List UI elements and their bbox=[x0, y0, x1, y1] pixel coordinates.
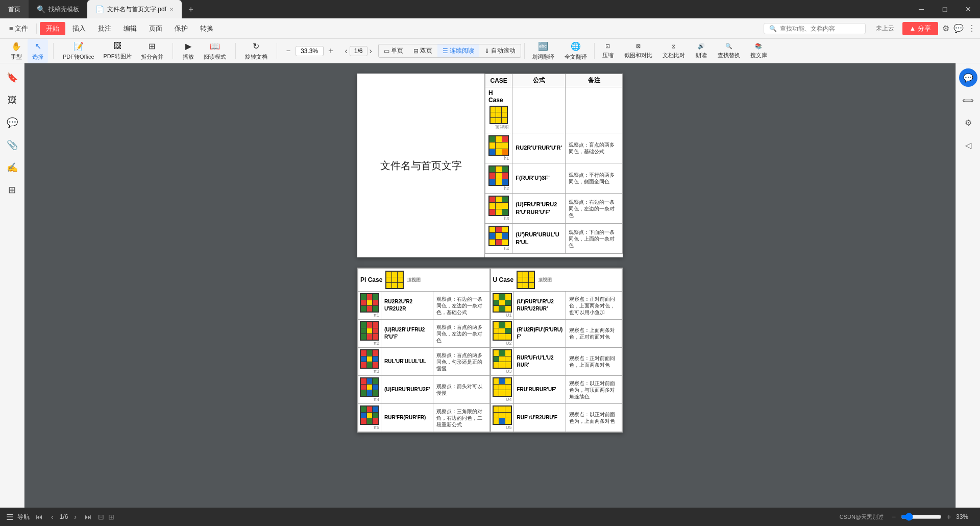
tool-group-hand-select: ✋ 手型 ↖ 选择 bbox=[4, 39, 50, 63]
pdf-to-img-button[interactable]: 🖼 PDF转图片 bbox=[100, 39, 136, 62]
full-translate-button[interactable]: 🌐 全文翻译 bbox=[560, 39, 591, 63]
tab-home[interactable]: 首页 bbox=[0, 0, 29, 18]
search-bar[interactable]: 🔍 bbox=[764, 23, 866, 34]
zoom-in-button[interactable]: ＋ bbox=[325, 44, 337, 57]
menu-protect[interactable]: 保护 bbox=[169, 22, 193, 35]
page-prev-button[interactable]: ‹ bbox=[49, 512, 56, 522]
double-page-button[interactable]: ⊟ 双页 bbox=[408, 44, 437, 57]
pi-case-header: Pi Case 顶视图 bbox=[358, 269, 490, 292]
rotate-button[interactable]: ↻ 旋转文档 bbox=[241, 39, 272, 63]
read-aloud-button[interactable]: 🔊 朗读 bbox=[691, 41, 712, 61]
toolbar-divider-4 bbox=[277, 43, 277, 59]
col-case: CASE bbox=[485, 74, 512, 87]
read-mode-button[interactable]: 📖 阅读模式 bbox=[200, 39, 230, 63]
cloud-status[interactable]: 未上云 bbox=[872, 22, 898, 34]
adjust-icon[interactable]: ⟺ bbox=[959, 91, 977, 109]
compare-button[interactable]: ⊠ 截图和对比 bbox=[620, 41, 656, 61]
chat-blue-icon[interactable]: 💬 bbox=[959, 68, 977, 87]
tab-file[interactable]: 📄 文件名与首页文字.pdf ✕ bbox=[87, 0, 182, 18]
sidebar-thumbnail-icon[interactable]: 🖼 bbox=[3, 91, 21, 109]
pdf-to-office-button[interactable]: 📝 PDF转Office bbox=[59, 39, 99, 63]
fit-width-icon[interactable]: ⊞ bbox=[108, 513, 114, 521]
menu-convert[interactable]: 转换 bbox=[195, 22, 218, 35]
page-last-button[interactable]: ⏭ bbox=[83, 512, 94, 522]
auto-scroll-icon: ⇓ bbox=[484, 47, 489, 55]
pi2-cube bbox=[360, 321, 379, 341]
tools-icon[interactable]: ⚙ bbox=[959, 113, 977, 132]
select-tool-button[interactable]: ↖ 选择 bbox=[28, 39, 48, 63]
tab-browser[interactable]: 🔍 找稿壳模板 bbox=[29, 0, 87, 18]
tab-browser-label: 找稿壳模板 bbox=[48, 5, 79, 14]
search-input[interactable] bbox=[780, 25, 860, 32]
single-page-button[interactable]: ▭ 单页 bbox=[379, 44, 408, 57]
menu-insert[interactable]: 插入 bbox=[67, 22, 91, 35]
nav-icon: ☰ bbox=[6, 512, 13, 522]
toolbar-page-next[interactable]: › bbox=[370, 46, 372, 56]
minimize-button[interactable]: ─ bbox=[910, 0, 933, 18]
zoom-range-input[interactable] bbox=[901, 513, 942, 521]
tool-group-view: ▶ 播放 📖 阅读模式 bbox=[176, 39, 232, 63]
tab-close-icon[interactable]: ✕ bbox=[169, 7, 174, 12]
h-case-label: H Case 顶视图 bbox=[485, 87, 512, 133]
h2-note: 观察点：平行的两多同色，侧面全同色 bbox=[566, 163, 623, 194]
fit-page-icon[interactable]: ⊡ bbox=[98, 513, 104, 521]
more-icon[interactable]: ⋮ bbox=[968, 23, 976, 33]
doc-lib-button[interactable]: 📚 搜文库 bbox=[746, 41, 771, 61]
pi2-formula: (U)RU2R'U'FRU2R'U'F' bbox=[381, 320, 433, 348]
h2-cube bbox=[488, 165, 509, 186]
comment-icon[interactable]: 💬 bbox=[953, 23, 964, 33]
menu-file[interactable]: ≡ 文件 bbox=[4, 22, 33, 35]
table-row: U5 RUF'rU'R2URU'F 观察点：以正对前面色为，上面两条对色 bbox=[491, 404, 622, 432]
zoom-slider-area: － ＋ 33% bbox=[890, 512, 974, 522]
menu-edit[interactable]: 编辑 bbox=[118, 22, 142, 35]
menu-divider-1 bbox=[36, 23, 37, 34]
u4-formula: FRU'RURUR'UF' bbox=[513, 376, 566, 404]
menu-start[interactable]: 开始 bbox=[40, 22, 65, 35]
doc-compare-button[interactable]: ⧖ 文档比对 bbox=[658, 41, 689, 61]
pi3-note: 观察点：盲点的两多同色，勾形还是正的慢慢 bbox=[433, 348, 489, 376]
pi2-cube-cell: π2 bbox=[358, 320, 381, 348]
h1-note: 观察点：盲点的两多同色，基础公式 bbox=[566, 133, 623, 163]
translate-word-button[interactable]: 🔤 划词翻译 bbox=[528, 39, 558, 63]
page-next-button[interactable]: › bbox=[72, 512, 79, 522]
split-merge-button[interactable]: ⊞ 拆分合并 bbox=[137, 39, 167, 63]
find-replace-button[interactable]: 🔍 查找替换 bbox=[714, 41, 744, 61]
u3-cube-cell: U3 bbox=[491, 348, 513, 376]
close-button[interactable]: ✕ bbox=[957, 0, 980, 18]
hand-tool-button[interactable]: ✋ 手型 bbox=[6, 39, 27, 63]
sidebar-comment-icon[interactable]: 💬 bbox=[3, 113, 21, 132]
sidebar-layers-icon[interactable]: ⊞ bbox=[3, 181, 21, 199]
sidebar-attach-icon[interactable]: 📎 bbox=[3, 136, 21, 154]
sidebar-sign-icon[interactable]: ✍ bbox=[3, 158, 21, 177]
zoom-plus-button[interactable]: ＋ bbox=[945, 512, 953, 522]
toolbar-page-prev[interactable]: ‹ bbox=[345, 46, 348, 56]
compress-button[interactable]: ⊡ 压缩 bbox=[598, 41, 618, 61]
collapse-icon[interactable]: ◁ bbox=[959, 136, 977, 154]
menu-page[interactable]: 页面 bbox=[144, 22, 167, 35]
settings-icon[interactable]: ⚙ bbox=[942, 23, 949, 33]
share-button[interactable]: ▲ 分享 bbox=[902, 22, 938, 35]
continuous-icon: ☰ bbox=[443, 47, 448, 55]
table-row: U Case 顶视图 bbox=[491, 269, 622, 292]
pi-case-icon bbox=[385, 271, 404, 289]
pi4-cube bbox=[360, 377, 379, 397]
zoom-input[interactable] bbox=[296, 46, 324, 56]
split-merge-icon: ⊞ bbox=[149, 41, 155, 51]
menu-comment[interactable]: 批注 bbox=[93, 22, 116, 35]
page-first-button[interactable]: ⏮ bbox=[34, 512, 45, 522]
pi5-cube-cell: π5 bbox=[358, 404, 381, 432]
play-button[interactable]: ▶ 播放 bbox=[178, 39, 199, 63]
zoom-minus-button[interactable]: － bbox=[890, 512, 898, 522]
window-controls: ─ □ ✕ bbox=[910, 0, 980, 18]
table-row: π2 (U)RU2R'U'FRU2R'U'F' 观察点：盲点的两多同色，左边的一… bbox=[358, 320, 490, 348]
sidebar-bookmark-icon[interactable]: 🔖 bbox=[3, 68, 21, 87]
u4-cube bbox=[493, 377, 512, 397]
auto-scroll-button[interactable]: ⇓ 自动滚动 bbox=[479, 44, 521, 57]
zoom-out-button[interactable]: － bbox=[282, 44, 295, 57]
tab-add-button[interactable]: ＋ bbox=[182, 4, 200, 15]
continuous-page-button[interactable]: ☰ 连续阅读 bbox=[437, 44, 479, 57]
h-case-note-empty bbox=[566, 87, 623, 133]
page2-top-row: Pi Case 顶视图 bbox=[358, 268, 623, 433]
page2-outer-table: Pi Case 顶视图 bbox=[357, 268, 623, 433]
maximize-button[interactable]: □ bbox=[933, 0, 957, 18]
